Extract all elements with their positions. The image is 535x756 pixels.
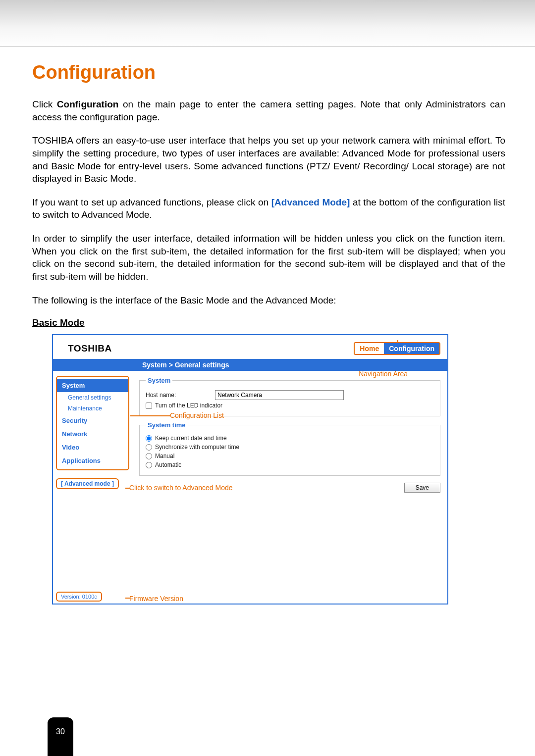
radio-auto[interactable]	[146, 462, 152, 468]
radio-sync[interactable]	[146, 444, 152, 451]
radio-manual[interactable]	[146, 453, 152, 459]
page-number: 30	[56, 727, 65, 736]
ui-screenshot: TOSHIBA Home Configuration System > Gene…	[52, 334, 448, 605]
nav-home[interactable]: Home	[355, 343, 384, 354]
sidebar-highlight: System General settings Maintenance Secu…	[56, 376, 129, 470]
hostname-input[interactable]	[215, 390, 344, 400]
advanced-mode-link[interactable]: [ Advanced mode ]	[56, 478, 119, 489]
top-nav: Home Configuration	[354, 342, 440, 355]
para-5: The following is the interface of the Ba…	[32, 294, 505, 307]
breadcrumb: System > General settings	[53, 359, 447, 371]
para-3: If you want to set up advanced functions…	[32, 196, 505, 221]
sidebar-item-security[interactable]: Security	[57, 414, 128, 427]
para-4: In order to simplify the user interface,…	[32, 232, 505, 283]
radio-keep[interactable]	[146, 435, 152, 442]
sidebar-item-applications[interactable]: Applications	[57, 454, 128, 467]
para-2: TOSHIBA offers an easy-to-use user inter…	[32, 134, 505, 185]
nav-configuration[interactable]: Configuration	[384, 343, 439, 354]
page-number-tab: 30	[48, 717, 73, 756]
save-button[interactable]: Save	[404, 483, 440, 493]
led-label: Turn off the LED indicator	[155, 402, 222, 409]
legend-system: System	[146, 377, 172, 384]
hostname-label: Host name:	[146, 392, 215, 399]
annot-adv-switch: Click to switch to Advanced Mode	[129, 484, 233, 492]
sidebar-item-video[interactable]: Video	[57, 441, 128, 454]
legend-system-time: System time	[146, 421, 188, 429]
radio-manual-label: Manual	[155, 453, 174, 459]
annot-firmware: Firmware Version	[129, 595, 183, 603]
sidebar-item-network[interactable]: Network	[57, 427, 128, 441]
body-text: Click Configuration on the main page to …	[32, 98, 505, 306]
sidebar-item-system[interactable]: System	[57, 379, 128, 392]
page-top-band	[0, 0, 535, 47]
brand-logo: TOSHIBA	[68, 343, 112, 354]
annot-config-list: Configuration List	[170, 411, 224, 419]
group-system-time: System time Keep current date and time S…	[139, 421, 440, 476]
radio-auto-label: Automatic	[155, 461, 181, 468]
sidebar: System General settings Maintenance Secu…	[53, 371, 132, 604]
radio-sync-label: Synchronize with computer time	[155, 444, 239, 451]
led-checkbox[interactable]	[146, 403, 152, 409]
para-1: Click Configuration on the main page to …	[32, 98, 505, 123]
group-system: System Host name: Turn off the LED indic…	[139, 377, 440, 416]
sidebar-sub-maintenance[interactable]: Maintenance	[57, 403, 128, 414]
firmware-version: Version: 0100c	[56, 592, 102, 602]
radio-keep-label: Keep current date and time	[155, 435, 227, 442]
basic-mode-heading: Basic Mode	[32, 317, 505, 328]
page-title: Configuration	[32, 62, 505, 83]
annot-nav-area: Navigation Area	[359, 370, 408, 378]
sidebar-sub-general[interactable]: General settings	[57, 392, 128, 403]
main-panel: Navigation Area System Host name: Turn o…	[132, 371, 447, 604]
